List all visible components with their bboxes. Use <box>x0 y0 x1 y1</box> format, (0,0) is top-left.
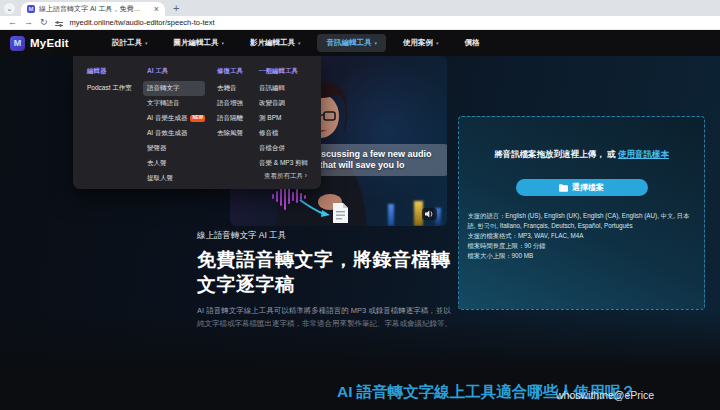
chevron-down-icon: ▾ <box>221 40 224 46</box>
menu-column-editors: 編輯器 Podcast 工作室 <box>83 65 135 180</box>
browser-url-bar: ← → ↻ myedit.online/tw/audio-editor/spee… <box>0 16 720 30</box>
video-sound-icon[interactable] <box>422 208 437 220</box>
audio-sample-link[interactable]: 使用音訊樣本 <box>618 149 669 159</box>
menu-item-text-to-speech[interactable]: 文字轉語音 <box>143 96 205 111</box>
chevron-down-icon: ▾ <box>298 40 301 46</box>
browser-tab-strip: ⌄ M 線上語音轉文字 AI 工具，免費… × + <box>0 0 720 16</box>
myedit-logo-icon: M <box>10 36 25 51</box>
new-tab-icon[interactable]: + <box>173 3 179 14</box>
menu-item-audio-joiner[interactable]: 音檔合併 <box>255 141 312 156</box>
hero-eyebrow: 線上語音轉文字 AI 工具 <box>197 230 465 242</box>
nav-design-tools[interactable]: 設計工具▾ <box>103 34 157 52</box>
menu-item-audio-trimmer[interactable]: 修音檔 <box>255 126 312 141</box>
upload-specs: 支援的語言：English (US), English (UK), Englis… <box>468 211 696 261</box>
browser-tab[interactable]: M 線上語音轉文字 AI 工具，免費… × <box>21 2 165 16</box>
supported-languages: 支援的語言：English (US), English (UK), Englis… <box>468 211 696 231</box>
site-favicon: M <box>27 5 35 13</box>
screenshot-root: ⌄ M 線上語音轉文字 AI 工具，免費… × + ← → ↻ myedit.o… <box>0 0 720 410</box>
menu-column-header: 一般編輯工具 <box>259 67 312 76</box>
hero-copy: 線上語音轉文字 AI 工具 免費語音轉文字，將錄音檔轉文字逐字稿 AI 語音轉文… <box>197 230 465 330</box>
page-title: 免費語音轉文字，將錄音檔轉文字逐字稿 <box>197 247 465 297</box>
watermark-text: whoswithme@ePrice <box>556 389 654 401</box>
menu-item-bpm-finder[interactable]: 測 BPM <box>255 111 312 126</box>
reload-icon[interactable]: ↻ <box>40 18 48 27</box>
duration-limit: 檔案時間長度上限：90 分鐘 <box>468 241 696 251</box>
chevron-down-icon: ▾ <box>436 40 439 46</box>
site-info-icon[interactable] <box>55 14 63 32</box>
upload-dropzone[interactable]: 將音訊檔案拖放到這裡上傳， 或 使用音訊樣本 選擇檔案 支援的語言：Englis… <box>458 116 705 310</box>
nav-image-tools[interactable]: 圖片編輯工具▾ <box>164 34 233 52</box>
main-nav: 設計工具▾ 圖片編輯工具▾ 影片編輯工具▾ 音訊編輯工具▾ 使用案例▾ 價格 <box>103 34 489 52</box>
hero-description: AI 語音轉文字線上工具可以精準將多種語言的 MP3 或錄音檔轉逐字稿，並以純文… <box>197 305 453 330</box>
view-all-tools-link[interactable]: 查看所有工具 › <box>264 172 307 181</box>
menu-item-vocal-remover[interactable]: 去人聲 <box>143 156 205 171</box>
url-text[interactable]: myedit.online/tw/audio-editor/speech-to-… <box>70 18 215 27</box>
myedit-logo[interactable]: M MyEdit <box>10 36 69 51</box>
menu-item-wind-removal[interactable]: 去除風聲 <box>213 126 247 141</box>
menu-column-header: 編輯器 <box>87 67 135 76</box>
dropzone-instruction: 將音訊檔案拖放到這裡上傳， 或 使用音訊樣本 <box>494 149 669 161</box>
menu-item-audio-editor[interactable]: 音訊編輯 <box>255 81 312 96</box>
menu-item-voice-changer[interactable]: 變聲器 <box>143 141 205 156</box>
back-icon[interactable]: ← <box>8 18 17 27</box>
chevron-down-icon: ▾ <box>145 40 148 46</box>
menu-column-repair-tools: 修復工具 去雜音 語音增強 語音隔離 去除風聲 <box>213 65 247 180</box>
audio-tools-dropdown: 編輯器 Podcast 工作室 AI 工具 語音轉文字 文字轉語音 AI 音樂生… <box>73 56 321 189</box>
folder-icon <box>559 184 568 192</box>
menu-item-ai-music-generator[interactable]: AI 音樂生成器 NEW <box>143 111 205 126</box>
site-header: M MyEdit 設計工具▾ 圖片編輯工具▾ 影片編輯工具▾ 音訊編輯工具▾ 使… <box>0 30 720 56</box>
myedit-logo-text: MyEdit <box>30 37 69 49</box>
size-limit: 檔案大小上限：900 MB <box>468 251 696 261</box>
nav-pricing[interactable]: 價格 <box>455 34 488 52</box>
tab-title: 線上語音轉文字 AI 工具，免費… <box>39 4 150 14</box>
nav-audio-tools[interactable]: 音訊編輯工具▾ <box>317 34 386 52</box>
menu-item-noise-removal[interactable]: 去雜音 <box>213 81 247 96</box>
tab-search-icon[interactable]: ⌄ <box>4 3 15 14</box>
menu-item-pitch-changer[interactable]: 改變音調 <box>255 96 312 111</box>
menu-item-vocal-extractor[interactable]: 提取人聲 <box>143 171 205 186</box>
new-badge: NEW <box>190 115 205 122</box>
stage-light <box>388 204 394 226</box>
menu-column-header: AI 工具 <box>147 67 205 76</box>
menu-item-speech-to-text[interactable]: 語音轉文字 <box>143 81 205 96</box>
menu-item-mp3-cutter[interactable]: 音樂 & MP3 剪輯 <box>255 156 312 171</box>
menu-item-speech-enhance[interactable]: 語音增強 <box>213 96 247 111</box>
supported-formats: 支援的檔案格式：MP3, WAV, FLAC, M4A <box>468 231 696 241</box>
forward-icon[interactable]: → <box>24 18 33 27</box>
nav-use-cases[interactable]: 使用案例▾ <box>394 34 448 52</box>
menu-column-header: 修復工具 <box>217 67 247 76</box>
nav-video-tools[interactable]: 影片編輯工具▾ <box>241 34 310 52</box>
tab-close-icon[interactable]: × <box>154 5 159 14</box>
chevron-down-icon: ▾ <box>374 40 377 46</box>
menu-item-ai-sfx-generator[interactable]: AI 音效生成器 <box>143 126 205 141</box>
menu-column-ai-tools: AI 工具 語音轉文字 文字轉語音 AI 音樂生成器 NEW AI 音效生成器 … <box>143 65 205 180</box>
choose-file-button[interactable]: 選擇檔案 <box>516 179 648 196</box>
menu-column-general-tools: 一般編輯工具 音訊編輯 改變音調 測 BPM 修音檔 音檔合併 音樂 & MP3… <box>255 65 312 180</box>
menu-item-voice-isolation[interactable]: 語音隔離 <box>213 111 247 126</box>
menu-item-podcast-studio[interactable]: Podcast 工作室 <box>83 81 135 96</box>
